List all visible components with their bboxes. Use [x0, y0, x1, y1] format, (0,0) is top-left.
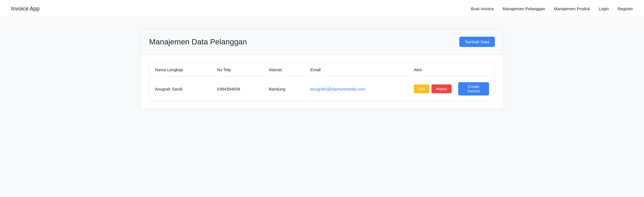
- col-header-aksi: Aksi: [408, 63, 495, 77]
- nav-link-buat-invoice[interactable]: Buat Invoice: [471, 6, 494, 11]
- customers-table: Nama Lengkap No Telp Alamat Email Aksi A…: [149, 63, 495, 101]
- navbar: Invoice App Buat Invoice Manajemen Pelan…: [0, 0, 644, 18]
- cell-alamat: Bandung: [263, 77, 305, 101]
- nav-link-login[interactable]: Login: [599, 6, 609, 11]
- table-body: Anugrah Sandi 0384394839 Bandung anugrah…: [149, 77, 495, 101]
- table-head: Nama Lengkap No Telp Alamat Email Aksi: [149, 63, 495, 77]
- cell-aksi: Edit Hapus Create Invoice: [408, 77, 495, 101]
- cell-email: anugrah2@slymanmedia.com: [305, 77, 408, 101]
- nav-link-manajemen-pelanggan[interactable]: Manajemen Pelanggan: [503, 6, 545, 11]
- nav-item-register: Register: [618, 6, 633, 11]
- nav-item-login: Login: [599, 6, 609, 11]
- edit-button[interactable]: Edit: [414, 84, 429, 93]
- col-header-nama: Nama Lengkap: [149, 63, 211, 77]
- cell-notelp: 0384394839: [211, 77, 263, 101]
- nav-link-register[interactable]: Register: [618, 6, 633, 11]
- table-header-row: Nama Lengkap No Telp Alamat Email Aksi: [149, 63, 495, 77]
- action-buttons: Edit Hapus Create Invoice: [414, 82, 489, 95]
- nav-item-buat-invoice: Buat Invoice: [471, 6, 494, 11]
- table-row: Anugrah Sandi 0384394839 Bandung anugrah…: [149, 77, 495, 101]
- nav-item-manajemen-produk: Manajemen Produk: [554, 6, 590, 11]
- main-content: Manajemen Data Pelanggan Tambah Data Nam…: [129, 18, 515, 120]
- col-header-email: Email: [305, 63, 408, 77]
- create-invoice-button[interactable]: Create Invoice: [458, 82, 489, 95]
- card-header: Manajemen Data Pelanggan Tambah Data: [140, 29, 504, 55]
- tambah-data-button[interactable]: Tambah Data: [459, 37, 495, 47]
- email-link[interactable]: anugrah2@slymanmedia.com: [310, 87, 365, 91]
- nav-link-manajemen-produk[interactable]: Manajemen Produk: [554, 6, 590, 11]
- col-header-notelp: No Telp: [211, 63, 263, 77]
- brand-link[interactable]: Invoice App: [11, 6, 39, 12]
- hapus-button[interactable]: Hapus: [431, 84, 451, 93]
- nav-menu: Buat Invoice Manajemen Pelanggan Manajem…: [471, 6, 633, 11]
- cell-nama: Anugrah Sandi: [149, 77, 211, 101]
- main-card: Manajemen Data Pelanggan Tambah Data Nam…: [140, 29, 504, 109]
- table-wrapper: Nama Lengkap No Telp Alamat Email Aksi A…: [149, 63, 495, 101]
- page-title: Manajemen Data Pelanggan: [149, 38, 247, 46]
- nav-item-manajemen-pelanggan: Manajemen Pelanggan: [503, 6, 545, 11]
- col-header-alamat: Alamat: [263, 63, 305, 77]
- card-body: Nama Lengkap No Telp Alamat Email Aksi A…: [140, 55, 504, 109]
